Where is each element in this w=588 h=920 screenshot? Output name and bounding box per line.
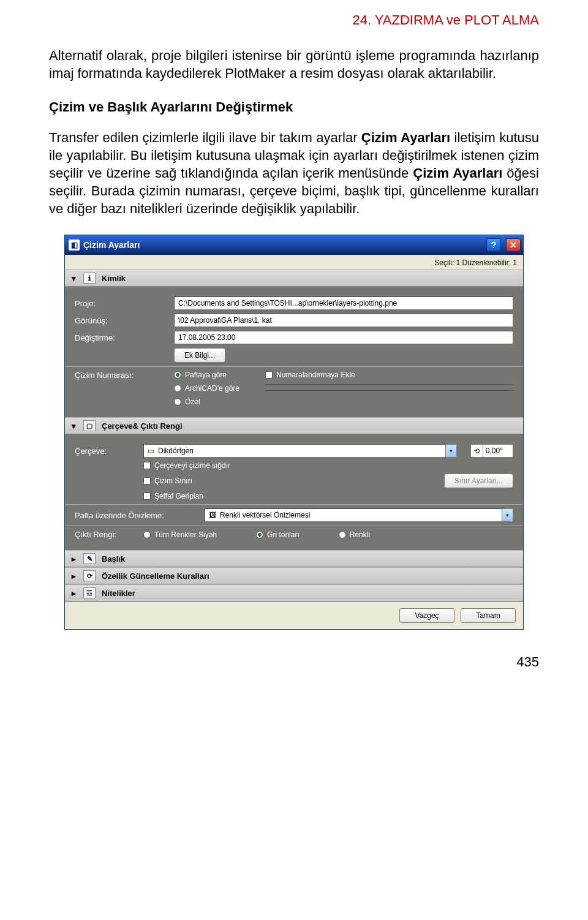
dialog-title: Çizim Ayarları <box>83 240 140 250</box>
radio-ozel[interactable]: Özel <box>174 398 239 406</box>
section-head-ozellik[interactable]: ▸ ⟳ Özellik Güncelleme Kuralları <box>65 567 523 584</box>
dialog-footer: Vazgeç Tamam <box>65 601 523 629</box>
p2-b: Çizim Ayarları <box>361 130 450 145</box>
section-head-baslik[interactable]: ▸ ✎ Başlık <box>65 550 523 567</box>
frame-icon: ▢ <box>83 420 96 431</box>
chevron-down-icon: ▾ <box>446 444 457 458</box>
sinir-ayarlari-button[interactable]: Sınır Ayarları... <box>444 473 513 488</box>
chevron-right-icon: ▸ <box>70 571 77 581</box>
check-sinir[interactable]: Çizim Sınırı <box>143 477 192 485</box>
chevron-down-icon: ▾ <box>502 508 513 522</box>
proje-field[interactable]: C:\Documents and Settings\TOSHI...ap\orn… <box>174 296 513 310</box>
app-icon: ◧ <box>69 239 80 251</box>
p2-d: Çizim Ayarları <box>413 165 502 181</box>
section-title-nitelik: Nitelikler <box>102 589 135 598</box>
drawing-settings-dialog: ◧ Çizim Ayarları ? ✕ Seçili: 1 Düzenlene… <box>64 235 524 630</box>
extra-info-button[interactable]: Ek Bilgi... <box>174 348 225 363</box>
cikti-rengi-label: Çıktı Rengi: <box>75 530 136 539</box>
help-button[interactable]: ? <box>486 238 501 252</box>
paragraph-1: Alternatif olarak, proje bilgileri isten… <box>49 47 539 82</box>
section-subhead: Çizim ve Başlık Ayarlarını Değiştirmek <box>49 99 539 115</box>
attributes-icon: ☲ <box>83 587 96 598</box>
cancel-button[interactable]: Vazgeç <box>399 608 454 623</box>
page-number: 435 <box>49 630 539 670</box>
chevron-down-icon: ▾ <box>70 421 77 431</box>
section-title-ozellik: Özellik Güncelleme Kuralları <box>102 571 209 581</box>
chapter-header: 24. YAZDIRMA ve PLOT ALMA <box>49 0 539 47</box>
check-seffaf[interactable]: ✓Şeffaf Geriplan <box>143 492 203 500</box>
chevron-down-icon: ▾ <box>70 274 77 283</box>
title-icon: ✎ <box>83 553 96 564</box>
degistirme-field: 17.08.2005 23:00 <box>174 331 513 344</box>
degistirme-label: Değiştirme: <box>75 333 167 342</box>
section-body-cerceve: Çerçeve: ▭Dikdörtgen ▾ ⟲ 0,00° Çerçeveyi… <box>65 434 523 550</box>
check-numaralandirma[interactable]: ✓Numaralandırmaya Ekle <box>265 371 513 379</box>
section-title-kimlik: Kimlik <box>102 274 126 283</box>
radio-renkli[interactable]: Renkli <box>339 530 370 539</box>
cizim-no-label: Çizim Numarası: <box>75 371 167 380</box>
chevron-right-icon: ▸ <box>70 589 77 598</box>
archicad-number-field[interactable] <box>265 384 513 385</box>
radio-siyah[interactable]: Tüm Renkler Siyah <box>143 530 217 539</box>
close-button[interactable]: ✕ <box>506 238 521 252</box>
section-body-kimlik: Proje: C:\Documents and Settings\TOSHI..… <box>65 287 523 417</box>
section-head-cerceve[interactable]: ▾ ▢ Çerçeve& Çıktı Rengi <box>65 417 523 434</box>
section-title-cerceve: Çerçeve& Çıktı Rengi <box>102 421 183 431</box>
radio-pafta[interactable]: Paftaya göre <box>174 371 239 379</box>
gorunus-field[interactable]: \02 Approval\GA Plans\1. kat <box>174 314 513 327</box>
paragraph-2: Transfer edilen çizimlerle ilgili ilave … <box>49 129 539 217</box>
section-head-kimlik[interactable]: ▾ ℹ Kimlik <box>65 270 523 287</box>
check-sigdir[interactable]: Çerçeveyi çizime sığdır <box>143 461 230 470</box>
section-head-nitelik[interactable]: ▸ ☲ Nitelikler <box>65 584 523 601</box>
ok-button[interactable]: Tamam <box>461 608 516 623</box>
titlebar[interactable]: ◧ Çizim Ayarları ? ✕ <box>65 235 523 255</box>
onizleme-combo[interactable]: 🖼Renkli vektörsel Önizlemesi ▾ <box>205 508 513 522</box>
chevron-right-icon: ▸ <box>70 554 77 564</box>
onizleme-label: Pafta üzerinde Önizleme: <box>75 511 197 520</box>
ozel-number-field[interactable] <box>265 390 513 391</box>
rotation-field[interactable]: ⟲ 0,00° <box>470 444 513 458</box>
proje-label: Proje: <box>75 299 167 308</box>
section-title-baslik: Başlık <box>102 554 125 564</box>
gorunus-label: Görünüş: <box>75 316 167 325</box>
update-rules-icon: ⟳ <box>83 570 96 581</box>
radio-gri[interactable]: Gri tonları <box>256 530 300 539</box>
radio-archicad[interactable]: ArchiCAD'e göre <box>174 384 239 393</box>
info-icon: ℹ <box>83 273 96 284</box>
cerceve-combo[interactable]: ▭Dikdörtgen ▾ <box>143 444 457 458</box>
selection-status: Seçili: 1 Düzenlenebilir: 1 <box>65 255 523 270</box>
angle-icon: ⟲ <box>470 444 483 458</box>
p2-a: Transfer edilen çizimlerle ilgili ilave … <box>49 130 361 145</box>
cerceve-label: Çerçeve: <box>75 447 136 456</box>
